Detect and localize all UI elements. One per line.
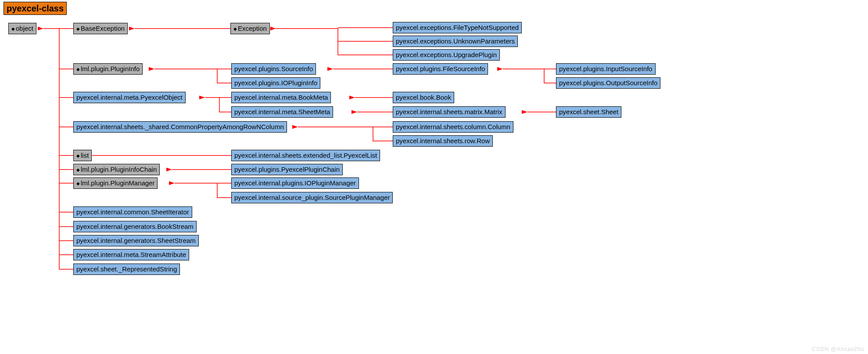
class-sheetmeta: pyexcel.internal.meta.SheetMeta [231,106,333,118]
class-ioplugininfo: pyexcel.plugins.IOPluginInfo [231,77,320,89]
class-representedstring: pyexcel.sheet._RepresentedString [73,264,180,275]
class-pyexcelobject: pyexcel.internal.meta.PyexcelObject [73,92,186,103]
class-streamattribute: pyexcel.internal.meta.StreamAttribute [73,249,189,260]
class-base-exception: BaseException [73,23,128,34]
class-sheetiterator: pyexcel.internal.common.SheetIterator [73,206,192,218]
watermark: CSDN @AhcaoZhu [812,346,864,352]
class-matrix: pyexcel.internal.sheets.matrix.Matrix [393,106,506,118]
class-lml-pluginmanager: lml.plugin.PluginManager [73,177,158,189]
class-sourceinfo: pyexcel.plugins.SourceInfo [231,63,316,75]
class-iopluginmanager: pyexcel.internal.plugins.IOPluginManager [231,177,359,189]
class-lml-plugininfochain: lml.plugin.PluginInfoChain [73,164,160,175]
class-commonproperty: pyexcel.internal.sheets._shared.CommonPr… [73,121,287,133]
diagram-title: pyexcel-class [4,2,67,15]
class-object: object [8,23,36,34]
class-sheet: pyexcel.sheet.Sheet [556,106,621,118]
class-row: pyexcel.internal.sheets.row.Row [393,135,493,147]
class-pyexcellist: pyexcel.internal.sheets.extended_list.Py… [231,150,380,161]
class-filetypenotsupported: pyexcel.exceptions.FileTypeNotSupported [393,22,522,33]
class-pyexcelpluginchain: pyexcel.plugins.PyexcelPluginChain [231,164,343,175]
class-bookstream: pyexcel.internal.generators.BookStream [73,221,197,232]
class-sheetstream: pyexcel.internal.generators.SheetStream [73,235,199,246]
class-unknownparameters: pyexcel.exceptions.UnknownParameters [393,36,518,47]
class-lml-plugininfo: lml.plugin.PluginInfo [73,63,143,75]
class-upgradeplugin: pyexcel.exceptions.UpgradePlugin [393,49,500,61]
class-sourcepluginmanager: pyexcel.internal.source_plugin.SourcePlu… [231,192,393,203]
class-filesourceinfo: pyexcel.plugins.FileSourceInfo [393,63,488,75]
class-outputsourceinfo: pyexcel.plugins.OutputSourceInfo [556,77,660,89]
class-book: pyexcel.book.Book [393,92,454,103]
class-column: pyexcel.internal.sheets.column.Column [393,121,513,133]
class-inputsourceinfo: pyexcel.plugins.InputSourceInfo [556,63,656,75]
class-list: list [73,150,92,161]
class-exception: Exception [230,23,270,34]
class-bookmeta: pyexcel.internal.meta.BookMeta [231,92,331,103]
